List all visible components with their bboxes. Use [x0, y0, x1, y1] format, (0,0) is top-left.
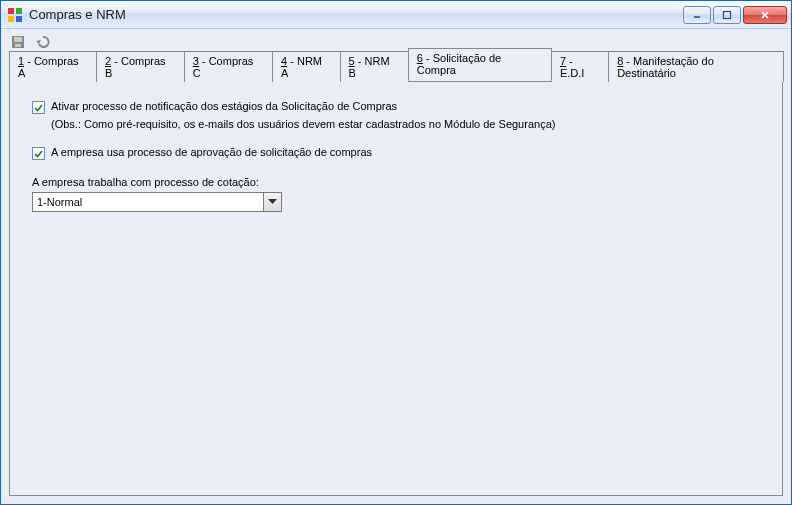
obs-notificacao: (Obs.: Como pré-requisito, os e-mails do… — [51, 118, 760, 130]
titlebar: Compras e NRM — [1, 1, 791, 29]
svg-marker-12 — [268, 199, 277, 204]
checkbox-label-notificacao: Ativar processo de notificação dos estág… — [51, 100, 397, 112]
window-controls — [683, 6, 787, 24]
checkbox-label-aprovacao: A empresa usa processo de aprovação de s… — [51, 146, 372, 158]
cotacao-label: A empresa trabalha com processo de cotaç… — [32, 176, 760, 188]
tab-4[interactable]: 5 - NRM B — [340, 51, 409, 82]
window-title: Compras e NRM — [29, 7, 126, 22]
maximize-button[interactable] — [713, 6, 741, 24]
svg-rect-3 — [16, 16, 22, 22]
svg-rect-1 — [16, 8, 22, 14]
close-button[interactable] — [743, 6, 787, 24]
svg-rect-5 — [724, 11, 731, 18]
checkbox-row-aprovacao: A empresa usa processo de aprovação de s… — [32, 146, 760, 160]
cotacao-select[interactable]: 1-Normal — [32, 192, 282, 212]
tab-2[interactable]: 3 - Compras C — [184, 51, 273, 82]
svg-rect-2 — [8, 16, 14, 22]
tab-0[interactable]: 1 - Compras A — [9, 51, 97, 82]
tabstrip: 1 - Compras A2 - Compras B3 - Compras C4… — [9, 59, 783, 81]
svg-rect-9 — [14, 37, 22, 42]
tab-container: 1 - Compras A2 - Compras B3 - Compras C4… — [9, 59, 783, 496]
cotacao-value: 1-Normal — [33, 193, 263, 211]
svg-rect-10 — [15, 44, 21, 47]
minimize-button[interactable] — [683, 6, 711, 24]
undo-icon[interactable] — [35, 33, 53, 51]
svg-rect-0 — [8, 8, 14, 14]
tab-1[interactable]: 2 - Compras B — [96, 51, 185, 82]
window-frame: Compras e NRM — [0, 0, 792, 505]
tab-7[interactable]: 8 - Manifestação do Destinatário — [608, 51, 784, 82]
chevron-down-icon[interactable] — [263, 193, 281, 211]
tab-3[interactable]: 4 - NRM A — [272, 51, 341, 82]
save-icon[interactable] — [9, 33, 27, 51]
checkbox-row-notificacao: Ativar processo de notificação dos estág… — [32, 100, 760, 114]
checkbox-aprovacao[interactable] — [32, 147, 45, 160]
tab-5[interactable]: 6 - Solicitação de Compra — [408, 48, 552, 81]
checkbox-notificacao[interactable] — [32, 101, 45, 114]
app-icon — [7, 7, 23, 23]
svg-marker-11 — [36, 40, 41, 44]
tab-panel-solicitacao: Ativar processo de notificação dos estág… — [9, 81, 783, 496]
tab-6[interactable]: 7 - E.D.I — [551, 51, 609, 82]
